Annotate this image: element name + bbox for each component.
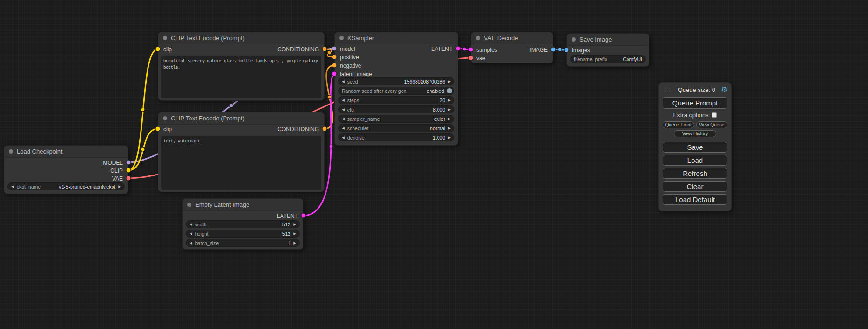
node-title-bar[interactable]: Load Checkpoint — [4, 146, 128, 158]
decrement-arrow-icon[interactable]: ◀ — [190, 241, 192, 245]
extra-options-checkbox[interactable] — [712, 112, 717, 118]
extra-options-label: Extra options — [673, 112, 709, 119]
node-title-bar[interactable]: CLIP Text Encode (Prompt) — [158, 112, 324, 125]
clear-button[interactable]: Clear — [663, 181, 727, 192]
widget-width[interactable]: ◀ width 512 ▶ — [186, 220, 300, 228]
widget-value: v1-5-pruned-emaonly.ckpt — [43, 184, 115, 189]
node-title-bar[interactable]: VAE Decode — [471, 32, 553, 44]
output-label-vae: VAE — [112, 175, 123, 182]
collapse-dot-icon[interactable] — [572, 37, 576, 42]
node-vae-decode[interactable]: VAE Decode samples IMAGE vae — [471, 32, 553, 63]
load-button[interactable]: Load — [663, 155, 727, 166]
collapse-dot-icon[interactable] — [187, 203, 191, 207]
collapse-dot-icon[interactable] — [339, 36, 344, 40]
io-row: negative — [335, 62, 458, 70]
queue-size-label: Queue size: 0 — [678, 86, 715, 93]
node-title-bar[interactable]: Save Image — [567, 34, 649, 46]
increment-arrow-icon[interactable]: ▶ — [448, 126, 451, 130]
queue-front-button[interactable]: Queue Front — [663, 121, 694, 128]
decrement-arrow-icon[interactable]: ◀ — [342, 117, 345, 121]
decrement-arrow-icon[interactable]: ◀ — [190, 232, 192, 236]
widget-random-seed-toggle[interactable]: Random seed after every gen enabled — [338, 87, 454, 95]
widget-ckpt-name[interactable]: ◀ ckpt_name v1-5-pruned-emaonly.ckpt ▶ — [7, 182, 125, 190]
widget-value: 8.000 — [357, 107, 445, 112]
collapse-dot-icon[interactable] — [9, 149, 13, 154]
widget-filename-prefix[interactable]: filename_prefix ComfyUI — [570, 55, 646, 63]
node-save-image[interactable]: Save Image images filename_prefix ComfyU… — [566, 33, 649, 67]
increment-arrow-icon[interactable]: ▶ — [448, 136, 451, 140]
widget-value: 1.000 — [367, 135, 445, 140]
collapse-dot-icon[interactable] — [476, 36, 480, 40]
widget-label: sampler_name — [347, 116, 380, 122]
widget-value: enabled — [409, 88, 444, 94]
settings-gear-icon[interactable]: ⚙ — [721, 85, 727, 94]
widget-value: 156680208700286 — [361, 79, 445, 84]
widget-label: cfg — [347, 107, 354, 112]
io-row: model LATENT — [335, 45, 458, 53]
output-label-latent: LATENT — [277, 213, 298, 219]
io-row: samples IMAGE — [471, 46, 553, 54]
widget-cfg[interactable]: ◀ cfg 8.000 ▶ — [338, 105, 454, 113]
collapse-dot-icon[interactable] — [163, 36, 167, 40]
widget-label: scheduler — [347, 126, 369, 131]
decrement-arrow-icon[interactable]: ◀ — [342, 108, 345, 112]
widget-value: euler — [382, 116, 445, 122]
node-load-checkpoint[interactable]: Load Checkpoint MODEL CLIP VAE ◀ ckpt_na… — [4, 145, 128, 194]
node-title-bar[interactable]: CLIP Text Encode (Prompt) — [158, 32, 324, 44]
output-label-model: MODEL — [103, 160, 123, 166]
increment-arrow-icon[interactable]: ▶ — [293, 232, 296, 236]
increment-arrow-icon[interactable]: ▶ — [118, 185, 121, 189]
widget-label: seed — [347, 79, 358, 84]
decrement-arrow-icon[interactable]: ◀ — [342, 136, 345, 140]
increment-arrow-icon[interactable]: ▶ — [293, 241, 296, 245]
node-title: Save Image — [579, 36, 612, 43]
increment-arrow-icon[interactable]: ▶ — [448, 108, 451, 112]
decrement-arrow-icon[interactable]: ◀ — [342, 126, 345, 130]
node-title-bar[interactable]: KSampler — [335, 32, 458, 44]
increment-arrow-icon[interactable]: ▶ — [448, 80, 451, 84]
load-default-button[interactable]: Load Default — [663, 194, 727, 205]
drag-handle-icon[interactable]: ⋮⋮ — [663, 87, 672, 93]
node-title-bar[interactable]: Empty Latent Image — [183, 199, 303, 211]
negative-prompt-textarea[interactable]: text, watermark — [161, 136, 321, 190]
node-ksampler[interactable]: KSampler model LATENT positive negative … — [334, 32, 458, 146]
view-queue-button[interactable]: View Queue — [696, 121, 728, 128]
output-row: MODEL — [4, 159, 128, 167]
node-title: Empty Latent Image — [195, 201, 249, 208]
widget-steps[interactable]: ◀ steps 20 ▶ — [338, 96, 454, 104]
node-clip-text-encode-negative[interactable]: CLIP Text Encode (Prompt) clip CONDITION… — [158, 112, 325, 192]
node-title: CLIP Text Encode (Prompt) — [171, 35, 245, 42]
decrement-arrow-icon[interactable]: ◀ — [342, 80, 345, 84]
widget-label: denoise — [347, 135, 365, 140]
output-row: LATENT — [183, 212, 303, 220]
queue-prompt-button[interactable]: Queue Prompt — [663, 97, 727, 109]
input-label-negative: negative — [340, 63, 361, 69]
decrement-arrow-icon[interactable]: ◀ — [342, 98, 345, 102]
positive-prompt-textarea[interactable]: beautiful scenery nature glass bottle la… — [161, 56, 321, 98]
toggle-knob-icon[interactable] — [447, 88, 452, 93]
view-history-button[interactable]: View History — [674, 130, 717, 137]
node-clip-text-encode-positive[interactable]: CLIP Text Encode (Prompt) clip CONDITION… — [158, 32, 325, 101]
node-title: VAE Decode — [484, 35, 518, 42]
widget-sampler-name[interactable]: ◀ sampler_name euler ▶ — [338, 115, 454, 123]
increment-arrow-icon[interactable]: ▶ — [448, 117, 451, 121]
collapse-dot-icon[interactable] — [163, 116, 167, 120]
increment-arrow-icon[interactable]: ▶ — [448, 98, 451, 102]
widget-denoise[interactable]: ◀ denoise 1.000 ▶ — [338, 133, 454, 141]
node-title: KSampler — [347, 35, 374, 42]
save-button[interactable]: Save — [663, 142, 727, 153]
widget-height[interactable]: ◀ height 512 ▶ — [186, 230, 300, 238]
decrement-arrow-icon[interactable]: ◀ — [11, 185, 14, 189]
widget-batch-size[interactable]: ◀ batch_size 1 ▶ — [186, 239, 300, 247]
refresh-button[interactable]: Refresh — [663, 168, 727, 179]
widget-value: 1 — [221, 240, 290, 246]
output-label-image: IMAGE — [529, 47, 548, 53]
decrement-arrow-icon[interactable]: ◀ — [190, 223, 192, 226]
node-empty-latent-image[interactable]: Empty Latent Image LATENT ◀ width 512 ▶ … — [182, 198, 303, 250]
widget-value: 20 — [362, 98, 445, 103]
increment-arrow-icon[interactable]: ▶ — [293, 223, 296, 226]
widget-label: filename_prefix — [574, 56, 607, 62]
widget-value: normal — [371, 126, 445, 131]
widget-scheduler[interactable]: ◀ scheduler normal ▶ — [338, 124, 454, 132]
widget-seed[interactable]: ◀ seed 156680208700286 ▶ — [338, 77, 454, 85]
